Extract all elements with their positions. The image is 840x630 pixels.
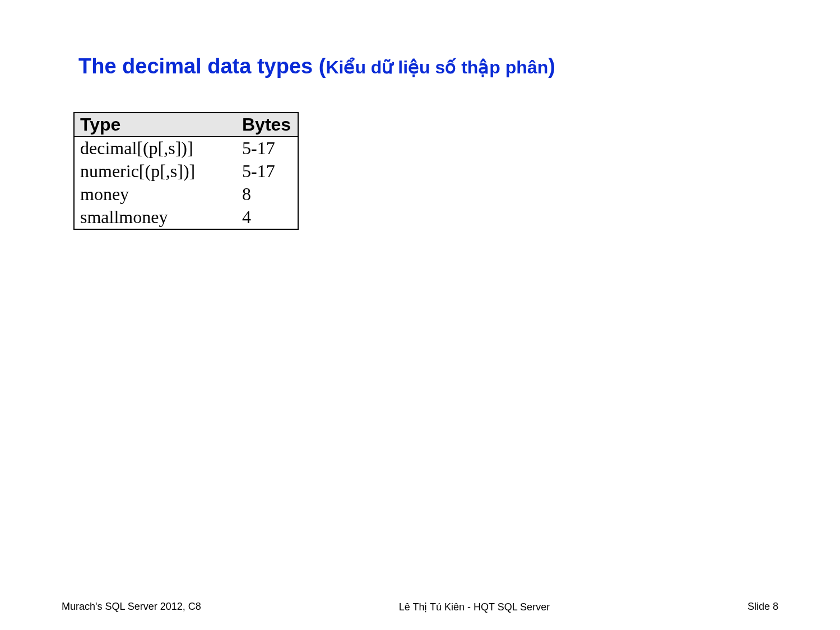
- cell-type: numeric[(p[,s])]: [74, 160, 236, 183]
- table-row: numeric[(p[,s])] 5-17: [74, 160, 298, 183]
- title-paren-close: ): [548, 54, 555, 78]
- cell-type: money: [74, 183, 236, 206]
- title-subtitle: Kiểu dữ liệu số thập phân: [326, 57, 548, 77]
- table-header-row: Type Bytes: [74, 113, 298, 137]
- slide: The decimal data types (Kiểu dữ liệu số …: [0, 0, 840, 630]
- cell-type: decimal[(p[,s])]: [74, 137, 236, 160]
- cell-bytes: 8: [236, 183, 298, 206]
- table-row: money 8: [74, 183, 298, 206]
- footer-center: Lê Thị Tú Kiên - HQT SQL Server: [399, 601, 550, 613]
- cell-bytes: 4: [236, 206, 298, 229]
- cell-type: smallmoney: [74, 206, 236, 229]
- title-paren-open: (: [319, 54, 326, 78]
- header-type: Type: [74, 113, 236, 137]
- data-types-table: Type Bytes decimal[(p[,s])] 5-17 numeric…: [73, 112, 299, 230]
- cell-bytes: 5-17: [236, 137, 298, 160]
- slide-title: The decimal data types (Kiểu dữ liệu số …: [78, 54, 784, 80]
- header-bytes: Bytes: [236, 113, 298, 137]
- table-row: decimal[(p[,s])] 5-17: [74, 137, 298, 160]
- footer-left: Murach's SQL Server 2012, C8: [62, 601, 201, 613]
- footer-right: Slide 8: [748, 601, 778, 613]
- slide-footer: Murach's SQL Server 2012, C8 Lê Thị Tú K…: [0, 601, 840, 613]
- table-row: smallmoney 4: [74, 206, 298, 229]
- cell-bytes: 5-17: [236, 160, 298, 183]
- title-main: The decimal data types: [78, 54, 319, 78]
